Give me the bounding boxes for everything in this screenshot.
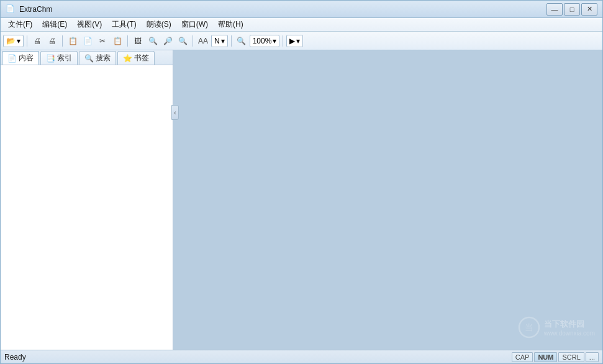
play-arrow: ▾ xyxy=(296,37,300,45)
find3-button[interactable]: 🔍 xyxy=(176,34,189,48)
tab-bookmarks[interactable]: ⭐ 书签 xyxy=(117,51,155,65)
titlebar-left: 📄 ExtraChm xyxy=(6,4,52,14)
zoom-value: 100% xyxy=(253,37,272,45)
tab-search[interactable]: 🔍 搜索 xyxy=(79,51,116,65)
separator-4 xyxy=(193,35,193,47)
contents-tab-icon: 📄 xyxy=(7,54,17,63)
font-button[interactable]: AA xyxy=(196,34,210,48)
font-n-dropdown[interactable]: N ▾ xyxy=(211,35,228,47)
app-icon: 📄 xyxy=(6,4,16,14)
bookmarks-tab-icon: ⭐ xyxy=(123,54,132,63)
extra-indicator: ... xyxy=(586,352,599,362)
menu-help[interactable]: 帮助(H) xyxy=(213,18,248,31)
content-panel: 当 当下软件园 www.downxia.com xyxy=(173,50,602,350)
menu-window[interactable]: 窗口(W) xyxy=(176,18,213,31)
zoom-dropdown[interactable]: 100% ▾ xyxy=(250,35,280,47)
search-tab-icon: 🔍 xyxy=(84,54,94,63)
main-area: 📄 内容 📑 索引 🔍 搜索 ⭐ 书签 xyxy=(1,50,602,350)
watermark-url: www.downxia.com xyxy=(544,330,595,337)
copy-button[interactable]: 📋 xyxy=(66,34,79,48)
menu-read[interactable]: 朗读(S) xyxy=(142,18,176,31)
maximize-button[interactable]: □ xyxy=(564,3,580,16)
folder-icon: 📂 xyxy=(6,37,16,45)
menu-edit[interactable]: 编辑(E) xyxy=(37,18,72,31)
menubar: 文件(F) 编辑(E) 视图(V) 工具(T) 朗读(S) 窗口(W) 帮助(H… xyxy=(1,18,602,32)
scrl-indicator: SCRL xyxy=(558,352,584,362)
statusbar: Ready CAP NUM SCRL ... xyxy=(1,350,602,363)
tab-contents-panel xyxy=(1,65,173,350)
num-indicator: NUM xyxy=(534,352,557,362)
font-n-arrow: ▾ xyxy=(221,37,225,45)
titlebar: 📄 ExtraChm — □ ✕ xyxy=(1,1,602,18)
status-indicators: CAP NUM SCRL ... xyxy=(512,352,599,362)
search-tab-label: 搜索 xyxy=(96,53,111,63)
separator-5 xyxy=(231,35,232,47)
left-panel: 📄 内容 📑 索引 🔍 搜索 ⭐ 书签 xyxy=(1,50,173,350)
watermark: 当 当下软件园 www.downxia.com xyxy=(518,316,595,339)
zoom-in-button[interactable]: 🔍 xyxy=(235,34,248,48)
open-dropdown[interactable]: 📂 ▾ xyxy=(3,35,24,47)
find-button[interactable]: 🔍 xyxy=(146,34,160,48)
separator-3 xyxy=(127,35,128,47)
paste-button[interactable]: 📄 xyxy=(81,34,94,48)
tab-contents[interactable]: 📄 内容 xyxy=(2,51,39,65)
status-text: Ready xyxy=(4,353,26,362)
menu-file[interactable]: 文件(F) xyxy=(3,18,37,31)
play-icon: ▶ xyxy=(289,37,295,45)
separator-6 xyxy=(283,35,283,47)
main-window: 📄 ExtraChm — □ ✕ 文件(F) 编辑(E) 视图(V) 工具(T)… xyxy=(0,0,603,364)
svg-text:当: 当 xyxy=(525,323,533,332)
minimize-button[interactable]: — xyxy=(546,3,563,16)
watermark-site-name: 当下软件园 xyxy=(544,319,595,330)
contents-tab-label: 内容 xyxy=(19,53,34,63)
image-button[interactable]: 🖼 xyxy=(131,34,145,48)
print2-button[interactable]: 🖨 xyxy=(45,34,59,48)
font-n-label: N xyxy=(214,37,220,45)
close-button[interactable]: ✕ xyxy=(581,3,597,16)
copy2-button[interactable]: 📋 xyxy=(111,34,124,48)
toolbar: 📂 ▾ 🖨 🖨 📋 📄 ✂ 📋 🖼 🔍 🔎 🔍 AA N ▾ 🔍 100% ▾ … xyxy=(1,32,602,50)
collapse-panel-button[interactable]: ‹ xyxy=(171,105,179,120)
cap-indicator: CAP xyxy=(512,352,533,362)
print-button[interactable]: 🖨 xyxy=(30,34,44,48)
separator-2 xyxy=(62,35,63,47)
cut-button[interactable]: ✂ xyxy=(96,34,109,48)
dropdown-arrow: ▾ xyxy=(17,37,20,45)
index-tab-label: 索引 xyxy=(57,53,72,63)
tab-index[interactable]: 📑 索引 xyxy=(40,51,78,65)
play-dropdown[interactable]: ▶ ▾ xyxy=(286,35,303,47)
navigation-tabs: 📄 内容 📑 索引 🔍 搜索 ⭐ 书签 xyxy=(1,50,173,65)
separator-1 xyxy=(27,35,27,47)
zoom-arrow: ▾ xyxy=(273,37,276,45)
bookmarks-tab-label: 书签 xyxy=(134,53,149,63)
find2-button[interactable]: 🔎 xyxy=(161,34,175,48)
menu-view[interactable]: 视图(V) xyxy=(72,18,107,31)
window-title: ExtraChm xyxy=(19,5,52,14)
titlebar-buttons: — □ ✕ xyxy=(546,3,597,16)
index-tab-icon: 📑 xyxy=(46,54,55,63)
menu-tools[interactable]: 工具(T) xyxy=(107,18,141,31)
watermark-logo: 当 xyxy=(518,316,540,339)
